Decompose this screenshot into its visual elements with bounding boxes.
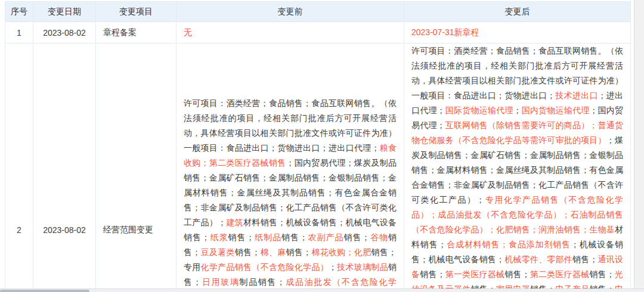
cell-before-change: 许可项目：酒类经营；食品销售；食品互联网销售。（依法须经批准的项目，经相关部门批… xyxy=(177,44,404,292)
after-change-text: 许可项目：酒类经营；食品销售；食品互联网销售。（依法须经批准的项目，经相关部门批… xyxy=(411,44,623,292)
before-change-text: 许可项目：酒类经营；食品销售；食品互联网销售。（依法须经批准的项目，经相关部门批… xyxy=(184,96,397,292)
cell-before-change: 无 xyxy=(177,22,404,44)
header-after-change: 变更后 xyxy=(404,2,631,22)
cell-seq: 2 xyxy=(5,44,33,292)
before-change-text: 无 xyxy=(184,27,397,38)
table-row: 1 2023-08-02 章程备案 无 2023-07-31新章程 xyxy=(5,22,631,44)
vertical-scrollbar[interactable] xyxy=(634,0,644,292)
after-change-text: 2023-07-31新章程 xyxy=(411,27,623,38)
cell-change-item: 经营范围变更 xyxy=(96,44,177,292)
header-before-change: 变更前 xyxy=(177,2,404,22)
table-row: 2 2023-08-02 经营范围变更 许可项目：酒类经营；食品销售；食品互联网… xyxy=(5,44,631,292)
header-change-date: 变更日期 xyxy=(33,2,96,22)
header-seq: 序号 xyxy=(5,2,33,22)
cell-after-change: 许可项目：酒类经营；食品销售；食品互联网销售。（依法须经批准的项目，经相关部门批… xyxy=(404,44,631,292)
horizontal-scrollbar-thumb[interactable] xyxy=(0,290,89,292)
change-record-page: 序号 变更日期 变更项目 变更前 变更后 1 2023-08-02 章程备案 无… xyxy=(0,0,644,292)
header-row: 序号 变更日期 变更项目 变更前 变更后 xyxy=(5,2,631,22)
cell-after-change: 2023-07-31新章程 xyxy=(404,22,631,44)
horizontal-scrollbar[interactable] xyxy=(0,288,644,292)
cell-change-date: 2023-08-02 xyxy=(33,44,96,292)
cell-change-item: 章程备案 xyxy=(96,22,177,44)
header-change-item: 变更项目 xyxy=(96,2,177,22)
change-record-table: 序号 变更日期 变更项目 变更前 变更后 1 2023-08-02 章程备案 无… xyxy=(5,1,631,292)
cell-seq: 1 xyxy=(5,22,33,44)
cell-change-date: 2023-08-02 xyxy=(33,22,96,44)
